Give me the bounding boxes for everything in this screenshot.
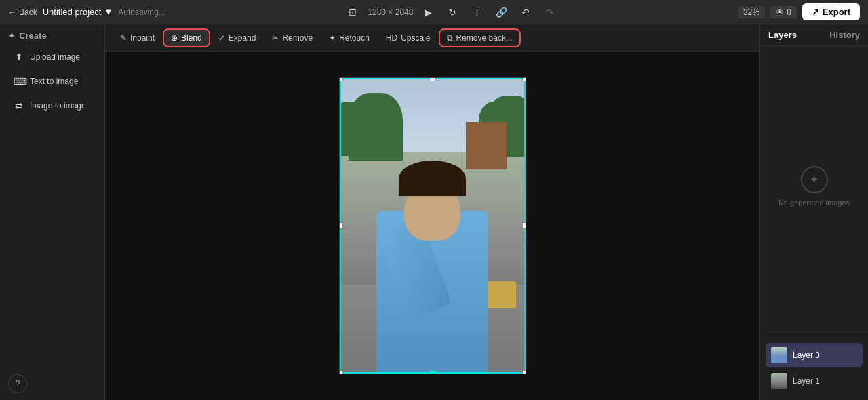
undo-button[interactable]: ↶ [516, 3, 535, 22]
right-panel: Layers History ✦ No generated images Lay… [760, 24, 868, 400]
canvas-area: ✎ Inpaint ⊕ Blend ⤢ Expand ✂ Remove ✦ Re… [105, 24, 760, 400]
hd-icon: HD [386, 33, 397, 43]
handle-top-right[interactable] [522, 78, 526, 81]
topbar: ← Back Untitled project ▼ Autosaving... … [0, 0, 868, 24]
text-to-image-button[interactable]: ⌨ Text to image [5, 71, 99, 92]
text-image-icon: ⌨ [14, 76, 24, 87]
sparkle-icon: ✦ [809, 172, 819, 187]
remove-background-button[interactable]: ⧉ Remove back... [440, 30, 519, 46]
link-icon-button[interactable]: 🔗 [492, 3, 511, 22]
upscale-button[interactable]: HD Upscale [379, 30, 437, 46]
retouch-button[interactable]: ✦ Retouch [322, 30, 376, 46]
handle-mid-left[interactable] [340, 222, 343, 229]
text-to-image-label: Text to image [30, 77, 78, 86]
panel-header: Layers History [760, 24, 868, 46]
no-generated-label: No generated images [778, 199, 850, 207]
plus-icon: ✦ [8, 31, 16, 41]
project-name[interactable]: Untitled project ▼ [43, 7, 113, 17]
layer-3-thumbnail [771, 347, 787, 363]
center-handle[interactable] [429, 370, 436, 374]
photo-background [340, 78, 526, 374]
eye-icon: 👁 [776, 7, 784, 17]
export-icon: ↗ [812, 7, 819, 17]
building [466, 122, 507, 169]
resize-icon-button[interactable]: ⊡ [343, 3, 362, 22]
no-generated-section: ✦ No generated images [760, 46, 868, 326]
img-img-icon: ⇄ [14, 100, 24, 111]
help-label: ? [16, 379, 20, 388]
remove-back-label: Remove back... [456, 33, 513, 43]
image-to-image-button[interactable]: ⇄ Image to image [5, 95, 99, 117]
blend-button[interactable]: ⊕ Blend [164, 30, 209, 46]
panel-divider [760, 332, 868, 332]
layers-list: Layer 3 Layer 1 [760, 338, 868, 400]
inpaint-button[interactable]: ✎ Inpaint [113, 30, 161, 46]
remove-bg-icon: ⧉ [447, 33, 453, 43]
export-label: Export [823, 7, 850, 17]
person-hair [399, 161, 466, 196]
refresh-icon-button[interactable]: ↻ [443, 3, 462, 22]
eye-count-badge: 👁 0 [770, 6, 797, 18]
upload-image-button[interactable]: ⬆ Upload image [5, 46, 99, 68]
eye-count: 0 [787, 7, 791, 17]
chevron-down-icon: ▼ [104, 7, 113, 17]
redo-button[interactable]: ↷ [540, 3, 559, 22]
sidebar-header: ✦ Create [0, 24, 104, 45]
image-container: ↻ [340, 78, 526, 374]
layer-3-thumb-inner [771, 347, 787, 363]
help-button[interactable]: ? [8, 374, 27, 393]
expand-icon: ⤢ [218, 33, 225, 43]
text-tool-button[interactable]: T [467, 3, 486, 22]
sidebar-bottom: ? [0, 367, 104, 400]
upload-icon: ⬆ [14, 52, 24, 62]
image-to-image-label: Image to image [30, 101, 86, 111]
tree-left2 [349, 93, 403, 161]
handle-top-left[interactable] [340, 78, 343, 81]
handle-top-center[interactable] [429, 78, 436, 81]
remove-label: Remove [282, 33, 313, 43]
back-button[interactable]: ← Back [8, 7, 37, 17]
zoom-level[interactable]: 32% [738, 6, 765, 18]
retouch-label: Retouch [339, 33, 370, 43]
inpaint-label: Inpaint [130, 33, 155, 43]
main-layout: ✦ Create ⬆ Upload image ⌨ Text to image … [0, 24, 868, 400]
remove-icon: ✂ [272, 33, 279, 43]
back-arrow-icon: ← [8, 7, 16, 17]
topbar-left: ← Back Untitled project ▼ Autosaving... [8, 7, 165, 17]
topbar-right: 32% 👁 0 ↗ Export [738, 3, 860, 20]
layer-item-3[interactable]: Layer 3 [766, 343, 863, 367]
image-toolbar: ✎ Inpaint ⊕ Blend ⤢ Expand ✂ Remove ✦ Re… [105, 24, 760, 52]
inpaint-icon: ✎ [120, 33, 127, 43]
topbar-center: ⊡ 1280 × 2048 ▶ ↻ T 🔗 ↶ ↷ [343, 3, 559, 22]
select-tool-button[interactable]: ▶ [418, 3, 437, 22]
expand-label: Expand [229, 33, 256, 43]
expand-button[interactable]: ⤢ Expand [212, 30, 263, 46]
blend-label: Blend [181, 33, 202, 43]
layer-3-name: Layer 3 [793, 351, 820, 360]
upload-label: Upload image [30, 52, 80, 62]
history-tab[interactable]: History [829, 30, 860, 40]
layer-1-thumbnail [771, 373, 787, 389]
sidebar-create-label: Create [20, 31, 47, 41]
remove-button[interactable]: ✂ Remove [265, 30, 319, 46]
canvas-viewport[interactable]: ↻ [105, 52, 760, 400]
layers-tab[interactable]: Layers [768, 30, 797, 40]
back-label: Back [19, 7, 37, 17]
layer-1-name: Layer 1 [793, 376, 820, 386]
sidebar: ✦ Create ⬆ Upload image ⌨ Text to image … [0, 24, 105, 400]
retouch-icon: ✦ [329, 33, 336, 43]
canvas-frame: ↻ [339, 77, 526, 374]
blend-icon: ⊕ [171, 33, 178, 43]
project-name-text: Untitled project [43, 7, 102, 17]
upscale-label: Upscale [401, 33, 430, 43]
handle-bot-right[interactable] [522, 370, 526, 374]
layer-1-thumb-inner [771, 373, 787, 389]
no-gen-icon: ✦ [801, 166, 828, 193]
autosave-status: Autosaving... [118, 7, 165, 17]
handle-mid-right[interactable] [522, 222, 526, 229]
export-button[interactable]: ↗ Export [802, 3, 860, 20]
layer-item-1[interactable]: Layer 1 [766, 369, 863, 393]
canvas-size: 1280 × 2048 [368, 7, 413, 17]
handle-bot-left[interactable] [340, 370, 343, 374]
